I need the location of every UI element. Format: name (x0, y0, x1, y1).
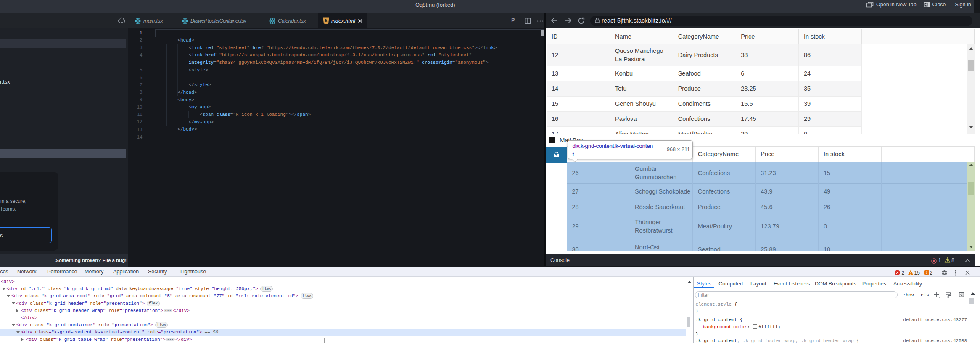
svg-text:5: 5 (325, 18, 328, 23)
